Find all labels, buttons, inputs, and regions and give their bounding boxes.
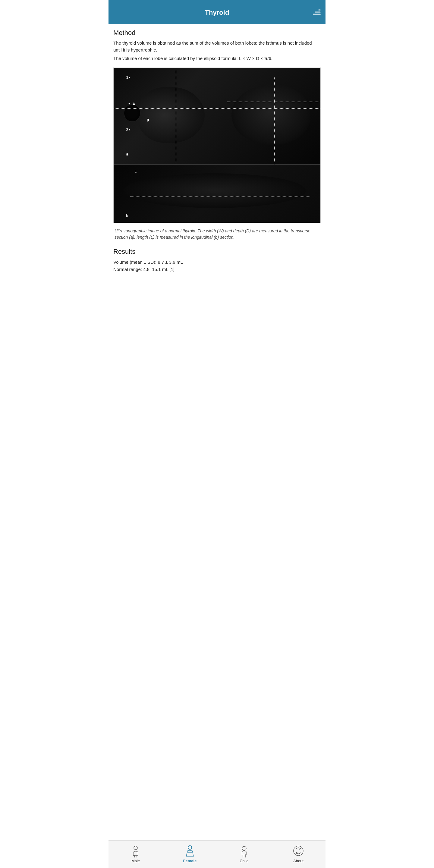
app-header: Thyroid xyxy=(108,0,326,24)
us-label-b: b xyxy=(126,213,128,218)
male-icon xyxy=(129,844,142,858)
nav-label-female: Female xyxy=(183,859,197,863)
ultrasound-caption: Ultrasonographic image of a normal thyro… xyxy=(113,225,321,243)
measurement-line-right-h xyxy=(227,101,320,102)
nav-label-about: About xyxy=(293,859,304,863)
measurement-line-right-v xyxy=(274,78,275,164)
menu-line-1 xyxy=(318,10,321,10)
results-section-title: Results xyxy=(113,248,321,255)
nav-item-female[interactable]: Female xyxy=(163,843,217,864)
us-marker-1: 1• xyxy=(126,75,131,80)
us-label-a: a xyxy=(126,152,128,156)
measurement-line-w-v1 xyxy=(176,68,176,164)
main-content: Method The thyroid volume is obtained as… xyxy=(108,24,326,303)
female-icon xyxy=(183,844,196,858)
svg-point-0 xyxy=(134,846,137,849)
about-icon xyxy=(292,844,305,858)
ultrasound-image-container: 1• 2• • W D a L b xyxy=(113,67,321,223)
menu-line-2 xyxy=(315,12,321,13)
svg-point-5 xyxy=(242,846,246,850)
method-section-title: Method xyxy=(113,29,321,37)
thyroid-right-lobe xyxy=(231,85,310,145)
nav-item-male[interactable]: Male xyxy=(108,843,163,864)
ultrasound-top-panel: 1• 2• • W D a xyxy=(114,68,320,165)
results-volume: Volume (mean ± SD): 8.7 ± 3.9 mL xyxy=(113,258,321,266)
measurement-line-w-h xyxy=(114,108,320,109)
nav-item-child[interactable]: Child xyxy=(217,843,271,864)
page-title: Thyroid xyxy=(205,9,229,17)
us-label-w: • W xyxy=(128,101,135,106)
us-label-d: D xyxy=(147,118,149,122)
measurement-line-l xyxy=(130,196,310,197)
menu-button[interactable] xyxy=(313,10,321,15)
method-paragraph-1: The thyroid volume is obtained as the su… xyxy=(113,40,321,53)
nav-item-about[interactable]: About xyxy=(271,843,326,864)
thyroid-longitudinal xyxy=(124,173,306,208)
svg-point-8 xyxy=(293,846,303,856)
menu-line-3 xyxy=(313,14,321,15)
nav-label-male: Male xyxy=(131,859,140,863)
bottom-navigation: Male Female xyxy=(108,840,326,868)
child-icon xyxy=(238,844,251,858)
nav-label-child: Child xyxy=(240,859,249,863)
us-label-l: L xyxy=(134,169,137,174)
ultrasound-bottom-panel: L b xyxy=(114,165,320,223)
ultrasound-image: 1• 2• • W D a L b xyxy=(114,68,320,223)
results-normal-range: Normal range: 4.8–15.1 mL [1] xyxy=(113,266,321,273)
thyroid-left-lobe xyxy=(138,87,205,143)
us-marker-2: 2• xyxy=(126,127,131,132)
method-paragraph-2: The volume of each lobe is calculated by… xyxy=(113,55,321,62)
thyroid-vessel xyxy=(124,104,141,122)
